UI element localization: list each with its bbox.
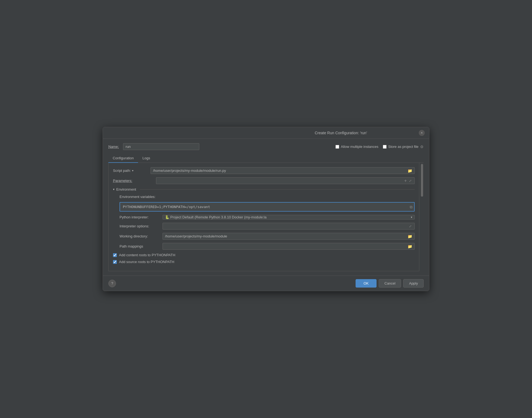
env-vars-input[interactable]: [120, 202, 415, 212]
env-vars-row: ⧉: [120, 202, 415, 212]
script-path-dropdown-arrow: ▾: [132, 169, 133, 172]
env-vars-label-row: Environment variables:: [120, 195, 415, 199]
add-content-roots-row: Add content roots to PYTHONPATH: [113, 253, 415, 257]
scrollbar[interactable]: [420, 163, 424, 271]
allow-multiple-checkbox[interactable]: [335, 145, 339, 149]
working-dir-folder-icon[interactable]: 📁: [407, 234, 413, 239]
interpreter-dropdown-arrow[interactable]: ▾: [411, 216, 412, 219]
python-interpreter-value: 🐍 Project Default (Remote Python 3.8.10 …: [165, 215, 409, 219]
script-path-row: Script path: ▾ 📁: [113, 167, 415, 174]
tab-logs[interactable]: Logs: [138, 154, 154, 163]
parameters-row: Parameters: + ⤢: [113, 177, 415, 184]
path-mappings-wrapper: 📁: [163, 243, 415, 250]
name-row: Name: Allow multiple instances Store as …: [108, 143, 424, 150]
title-bar: Create Run Configuration: 'run' ×: [103, 127, 429, 139]
allow-multiple-label: Allow multiple instances: [341, 145, 378, 149]
configuration-tab-content: Script path: ▾ 📁 Parameters:: [108, 163, 419, 271]
parameters-label: Parameters:: [113, 179, 154, 183]
working-dir-row: Working directory: 📁: [120, 233, 415, 240]
parameters-input[interactable]: [158, 178, 403, 184]
env-vars-label: Environment variables:: [120, 195, 160, 199]
expand-icon-2[interactable]: ⤢: [408, 224, 413, 229]
scrollbar-thumb: [421, 164, 423, 197]
help-button[interactable]: ?: [108, 280, 116, 287]
copy-icon[interactable]: ⧉: [410, 205, 412, 209]
working-dir-input[interactable]: [165, 233, 407, 239]
expand-icon[interactable]: ⤢: [408, 178, 413, 183]
main-content: Script path: ▾ 📁 Parameters:: [108, 163, 419, 271]
dialog-title: Create Run Configuration: 'run': [263, 131, 419, 135]
environment-section-title: Environment: [116, 187, 136, 191]
path-mappings-row: Path mappings 📁: [120, 243, 415, 250]
script-path-label[interactable]: Script path: ▾: [113, 169, 148, 173]
tabs: Configuration Logs: [108, 154, 424, 163]
add-content-roots-label: Add content roots to PYTHONPATH: [119, 253, 175, 257]
store-as-project-group: Store as project file ⚙: [383, 145, 424, 149]
add-source-roots-row: Add source roots to PYTHONPATH: [113, 260, 415, 264]
allow-multiple-group: Allow multiple instances: [335, 145, 378, 149]
python-interpreter-label: Python interpreter:: [120, 215, 160, 219]
cancel-button[interactable]: Cancel: [379, 279, 401, 288]
working-dir-label: Working directory:: [120, 234, 160, 238]
path-mappings-folder-icon[interactable]: 📁: [407, 244, 413, 249]
interpreter-options-row: Interpreter options: ⤢: [120, 223, 415, 230]
store-as-project-label: Store as project file: [388, 145, 418, 149]
close-button[interactable]: ×: [419, 130, 425, 136]
name-label: Name:: [108, 145, 119, 149]
python-interpreter-row: Python interpreter: 🐍 Project Default (R…: [120, 215, 415, 219]
interpreter-options-label: Interpreter options:: [120, 224, 160, 228]
dialog-footer: ? OK Cancel Apply: [103, 276, 429, 291]
create-run-config-dialog: Create Run Configuration: 'run' × Name: …: [103, 127, 429, 291]
folder-icon[interactable]: 📁: [407, 168, 413, 173]
footer-buttons: OK Cancel Apply: [356, 279, 424, 288]
environment-content: Environment variables: ⧉ Python interpre…: [113, 195, 415, 250]
interpreter-options-wrapper: ⤢: [163, 223, 415, 230]
name-input[interactable]: [123, 143, 199, 150]
add-source-roots-label: Add source roots to PYTHONPATH: [119, 260, 174, 264]
environment-section-header: ▾ Environment: [113, 187, 415, 191]
tab-configuration[interactable]: Configuration: [108, 154, 138, 163]
plus-icon[interactable]: +: [403, 178, 408, 184]
env-vars-input-wrapper: ⧉: [120, 202, 415, 212]
add-source-roots-checkbox[interactable]: [113, 260, 117, 264]
dialog-body: Name: Allow multiple instances Store as …: [103, 139, 429, 276]
script-path-input-wrapper: 📁: [151, 167, 415, 174]
path-mappings-input[interactable]: [165, 243, 407, 249]
gear-icon[interactable]: ⚙: [420, 145, 424, 149]
ok-button[interactable]: OK: [356, 279, 377, 288]
path-mappings-label: Path mappings: [120, 244, 160, 248]
python-interpreter-wrapper: 🐍 Project Default (Remote Python 3.8.10 …: [163, 215, 415, 219]
store-as-project-checkbox[interactable]: [383, 145, 387, 149]
working-dir-wrapper: 📁: [163, 233, 415, 240]
add-content-roots-checkbox[interactable]: [113, 253, 117, 257]
tab-content-area: Script path: ▾ 📁 Parameters:: [108, 163, 424, 271]
interpreter-options-input[interactable]: [165, 223, 408, 229]
apply-button[interactable]: Apply: [403, 279, 424, 288]
script-path-input[interactable]: [153, 167, 407, 174]
section-divider: [140, 189, 415, 190]
chevron-icon[interactable]: ▾: [113, 188, 115, 191]
parameters-input-wrapper: + ⤢: [156, 177, 415, 184]
